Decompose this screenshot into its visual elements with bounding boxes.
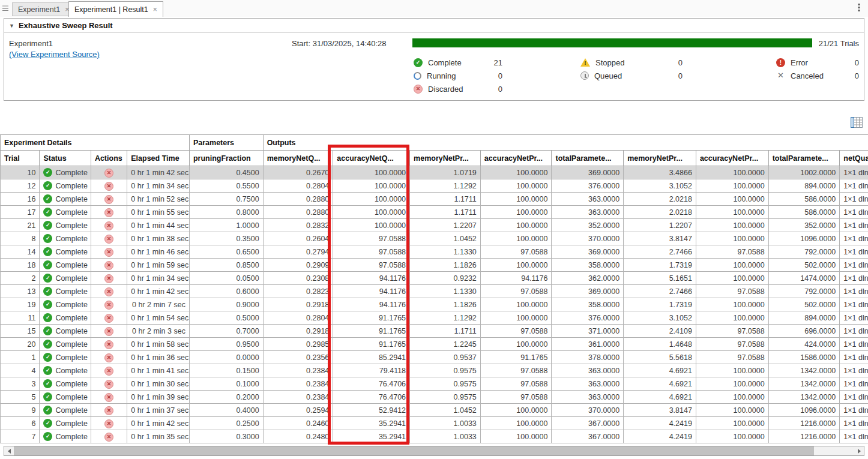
discard-icon[interactable]: ✕ bbox=[104, 327, 113, 336]
table-row[interactable]: 10✓Complete✕0 hr 1 min 42 sec0.45000.267… bbox=[1, 166, 868, 179]
table-row[interactable]: 11✓Complete✕0 hr 1 min 54 sec0.50000.280… bbox=[1, 311, 868, 325]
collapse-arrow-icon[interactable]: ▼ bbox=[9, 23, 14, 29]
close-icon[interactable]: × bbox=[153, 5, 157, 14]
actions-cell[interactable]: ✕ bbox=[91, 193, 127, 206]
table-row[interactable]: 13✓Complete✕0 hr 1 min 42 sec0.60000.282… bbox=[1, 285, 868, 298]
discard-icon[interactable]: ✕ bbox=[104, 287, 113, 296]
actions-cell[interactable]: ✕ bbox=[91, 351, 127, 364]
scrollbar-track[interactable] bbox=[14, 446, 854, 455]
table-row[interactable]: 18✓Complete✕0 hr 1 min 59 sec0.85000.290… bbox=[1, 259, 868, 272]
group-header: Parameters bbox=[189, 135, 263, 151]
actions-cell[interactable]: ✕ bbox=[91, 219, 127, 232]
discard-icon[interactable]: ✕ bbox=[104, 433, 113, 442]
column-header[interactable]: totalParamete... bbox=[768, 151, 840, 166]
discard-icon[interactable]: ✕ bbox=[104, 393, 113, 402]
cell: 1×1 dlne bbox=[840, 325, 868, 338]
column-header[interactable]: accuracyNetPr... bbox=[480, 151, 552, 166]
column-header[interactable]: memoryNetPr... bbox=[410, 151, 481, 166]
column-header[interactable]: memoryNetPr... bbox=[624, 151, 696, 166]
discard-icon[interactable]: ✕ bbox=[104, 314, 113, 323]
discard-icon[interactable]: ✕ bbox=[104, 221, 113, 230]
table-view-button[interactable] bbox=[849, 115, 864, 130]
column-header[interactable]: Status bbox=[40, 151, 91, 166]
cell: 100.0000 bbox=[480, 179, 552, 193]
actions-cell[interactable]: ✕ bbox=[91, 377, 127, 391]
actions-cell[interactable]: ✕ bbox=[91, 259, 127, 272]
actions-cell[interactable]: ✕ bbox=[91, 166, 127, 179]
cell: 0.9000 bbox=[189, 298, 263, 311]
table-row[interactable]: 9✓Complete✕0 hr 1 min 37 sec0.40000.2594… bbox=[1, 404, 868, 417]
actions-cell[interactable]: ✕ bbox=[91, 298, 127, 311]
actions-cell[interactable]: ✕ bbox=[91, 232, 127, 245]
actions-cell[interactable]: ✕ bbox=[91, 364, 127, 377]
cell: 1096.0000 bbox=[768, 232, 840, 245]
discard-icon[interactable]: ✕ bbox=[104, 182, 113, 191]
column-header[interactable]: Trial bbox=[1, 151, 40, 166]
cell: 0.5000 bbox=[189, 311, 263, 325]
table-row[interactable]: 15✓Complete✕0 hr 2 min 3 sec0.70000.2918… bbox=[1, 325, 868, 338]
discard-icon[interactable]: ✕ bbox=[104, 195, 113, 204]
table-row[interactable]: 8✓Complete✕0 hr 1 min 38 sec0.35000.2604… bbox=[1, 232, 868, 245]
table-row[interactable]: 3✓Complete✕0 hr 1 min 30 sec0.10000.2384… bbox=[1, 377, 868, 391]
view-experiment-source-link[interactable]: (View Experiment Source) bbox=[9, 50, 100, 59]
actions-cell[interactable]: ✕ bbox=[91, 272, 127, 285]
column-header[interactable]: netQuan... bbox=[840, 151, 868, 166]
actions-cell[interactable]: ✕ bbox=[91, 245, 127, 259]
actions-cell[interactable]: ✕ bbox=[91, 391, 127, 404]
column-header[interactable]: pruningFraction bbox=[189, 151, 263, 166]
column-header[interactable]: accuracyNetQ... bbox=[333, 151, 410, 166]
actions-cell[interactable]: ✕ bbox=[91, 404, 127, 417]
panel-header[interactable]: ▼ Exhaustive Sweep Result bbox=[4, 19, 864, 33]
table-row[interactable]: 1✓Complete✕0 hr 1 min 36 sec0.00000.2356… bbox=[1, 351, 868, 364]
discard-icon[interactable]: ✕ bbox=[104, 274, 113, 283]
discard-icon[interactable]: ✕ bbox=[104, 208, 113, 217]
table-row[interactable]: 2✓Complete✕0 hr 1 min 34 sec0.05000.2308… bbox=[1, 272, 868, 285]
scrollbar-thumb[interactable] bbox=[14, 446, 814, 455]
discard-icon[interactable]: ✕ bbox=[104, 406, 113, 415]
column-header[interactable]: totalParamete... bbox=[552, 151, 624, 166]
table-row[interactable]: 4✓Complete✕0 hr 1 min 41 sec0.15000.2384… bbox=[1, 364, 868, 377]
discard-icon[interactable]: ✕ bbox=[104, 235, 113, 244]
actions-cell[interactable]: ✕ bbox=[91, 430, 127, 443]
actions-cell[interactable]: ✕ bbox=[91, 311, 127, 325]
table-row[interactable]: 7✓Complete✕0 hr 1 min 35 sec0.30000.2480… bbox=[1, 430, 868, 443]
table-row[interactable]: 19✓Complete✕0 hr 2 min 7 sec0.90000.2918… bbox=[1, 298, 868, 311]
discard-icon[interactable]: ✕ bbox=[104, 169, 113, 178]
table-row[interactable]: 16✓Complete✕0 hr 1 min 52 sec0.75000.288… bbox=[1, 193, 868, 206]
table-row[interactable]: 14✓Complete✕0 hr 1 min 46 sec0.65000.279… bbox=[1, 245, 868, 259]
actions-cell[interactable]: ✕ bbox=[91, 325, 127, 338]
discard-icon[interactable]: ✕ bbox=[104, 419, 113, 428]
tab-experiment1-result1[interactable]: Experiment1 | Result1 × bbox=[68, 1, 163, 17]
discard-icon[interactable]: ✕ bbox=[104, 301, 113, 310]
table-row[interactable]: 6✓Complete✕0 hr 1 min 42 sec0.25000.2460… bbox=[1, 417, 868, 430]
horizontal-scrollbar[interactable] bbox=[4, 446, 864, 456]
column-header[interactable]: memoryNetQ... bbox=[263, 151, 333, 166]
table-row[interactable]: 12✓Complete✕0 hr 1 min 34 sec0.55000.280… bbox=[1, 179, 868, 193]
table-row[interactable]: 17✓Complete✕0 hr 1 min 55 sec0.80000.288… bbox=[1, 206, 868, 219]
tab-strip-handle-icon[interactable] bbox=[1, 2, 10, 13]
column-header[interactable]: accuracyNetPr... bbox=[696, 151, 768, 166]
actions-cell[interactable]: ✕ bbox=[91, 338, 127, 351]
actions-cell[interactable]: ✕ bbox=[91, 206, 127, 219]
scroll-left-button[interactable] bbox=[4, 446, 14, 455]
cell: 3.1052 bbox=[624, 311, 696, 325]
more-options-icon[interactable] bbox=[857, 4, 861, 11]
complete-icon: ✓ bbox=[43, 300, 52, 309]
discard-icon[interactable]: ✕ bbox=[104, 380, 113, 389]
table-row[interactable]: 5✓Complete✕0 hr 1 min 39 sec0.20000.2384… bbox=[1, 391, 868, 404]
cell: 1 bbox=[1, 351, 40, 364]
tab-experiment1[interactable]: Experiment1 × bbox=[12, 2, 75, 16]
discard-icon[interactable]: ✕ bbox=[104, 248, 113, 257]
actions-cell[interactable]: ✕ bbox=[91, 285, 127, 298]
table-row[interactable]: 20✓Complete✕0 hr 1 min 58 sec0.95000.298… bbox=[1, 338, 868, 351]
column-header[interactable]: Elapsed Time bbox=[127, 151, 190, 166]
discard-icon[interactable]: ✕ bbox=[104, 367, 113, 376]
table-row[interactable]: 21✓Complete✕0 hr 1 min 44 sec1.00000.283… bbox=[1, 219, 868, 232]
actions-cell[interactable]: ✕ bbox=[91, 179, 127, 193]
column-header[interactable]: Actions bbox=[91, 151, 127, 166]
discard-icon[interactable]: ✕ bbox=[104, 261, 113, 270]
discard-icon[interactable]: ✕ bbox=[104, 353, 113, 362]
actions-cell[interactable]: ✕ bbox=[91, 417, 127, 430]
scroll-right-button[interactable] bbox=[854, 446, 864, 455]
discard-icon[interactable]: ✕ bbox=[104, 340, 113, 349]
